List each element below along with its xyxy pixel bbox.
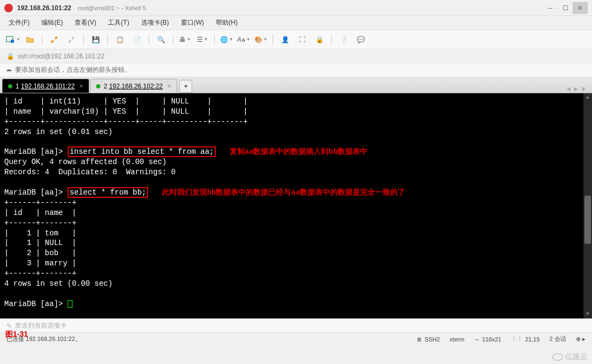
menu-help[interactable]: 帮助(H): [214, 17, 240, 28]
print-icon[interactable]: 🖶▼: [178, 32, 193, 47]
menu-edit[interactable]: 编辑(E): [39, 17, 65, 28]
link-icon[interactable]: [47, 32, 62, 47]
annotation: 此时我们发现bb数据表中的数据已经与aa数据表中的数据是完全一致的了: [162, 188, 406, 197]
title-bar: 192.168.26.101:22 root@vms001:~ - Xshell…: [0, 0, 592, 16]
tab-next-icon[interactable]: ►: [573, 85, 579, 93]
minimize-button[interactable]: ─: [543, 2, 558, 14]
properties-icon[interactable]: ☰▼: [195, 32, 210, 47]
paste-icon[interactable]: 📄: [129, 32, 144, 47]
window-title: 192.168.26.101:22: [17, 4, 71, 12]
menu-tools[interactable]: 工具(T): [106, 17, 131, 28]
prompt: MariaDB [aa]>: [4, 300, 63, 308]
terminal[interactable]: | id | int(11) | YES | | NULL | | | name…: [0, 93, 592, 318]
query-result: Query OK, 4 rows affected (0.00 sec): [4, 158, 166, 166]
scroll-up-icon[interactable]: ▲: [583, 93, 592, 102]
status-term: xterm: [450, 336, 465, 343]
status-dot-icon: [96, 84, 100, 88]
status-size: ↔ 118x21: [474, 336, 501, 343]
fullscreen-icon[interactable]: ⛶: [295, 32, 310, 47]
window-subtitle: root@vms001:~ - Xshell 5: [78, 5, 146, 11]
schema-row: +-------+-------------+------+-----+----…: [4, 117, 248, 126]
send-placeholder: 发送到当前选项卡: [15, 321, 67, 330]
maximize-button[interactable]: ☐: [558, 2, 573, 14]
copy-icon[interactable]: 📋: [112, 32, 127, 47]
font-icon[interactable]: Aᴀ▼: [236, 32, 251, 47]
add-tab-button[interactable]: +: [179, 80, 192, 93]
schema-row: | name | varchar(10) | YES | | NULL | |: [4, 107, 248, 116]
save-icon[interactable]: 💾: [88, 32, 103, 47]
svg-point-2: [51, 41, 53, 43]
prompt: MariaDB [aa]>: [4, 147, 63, 156]
disconnect-icon[interactable]: [64, 32, 79, 47]
schema-row: | id | int(11) | YES | | NULL | |: [4, 97, 248, 106]
tab-2[interactable]: 2 192.168.26.102:22 ✕: [90, 79, 177, 93]
tab-prev-icon[interactable]: ◄: [565, 85, 572, 93]
globe-icon[interactable]: 🌐▼: [219, 32, 234, 47]
search-icon[interactable]: 🔍: [154, 32, 169, 47]
svg-rect-1: [11, 40, 14, 43]
rows-summary: 2 rows in set (0.01 sec): [4, 128, 113, 136]
table-sep: +------+-------+: [4, 198, 76, 207]
tab-close-icon[interactable]: ✕: [167, 83, 171, 89]
table-sep: +------+-------+: [4, 219, 76, 227]
app-icon: [4, 4, 13, 12]
table-header: | id | name |: [4, 209, 76, 217]
hint-bar: ➦ 要添加当前会话，点击左侧的箭头按钮。: [0, 63, 592, 77]
tab-menu-icon[interactable]: ▼: [580, 85, 587, 93]
scrollbar[interactable]: ▲ ▼: [583, 93, 592, 318]
menu-view[interactable]: 查看(V): [72, 17, 98, 28]
status-bar: 已连接 192.168.26.101:22。 🗎SSH2 xterm ↔ 118…: [0, 332, 592, 345]
tab-1[interactable]: 1 192.168.26.101:22 ✕: [2, 79, 89, 93]
hint-text: 要添加当前会话，点击左侧的箭头按钮。: [15, 65, 131, 75]
figure-label: 图1-31: [5, 330, 28, 339]
prompt: MariaDB [aa]>: [4, 188, 63, 197]
status-menu-icon[interactable]: ⊕ ▸: [576, 336, 586, 343]
help-icon[interactable]: ❔: [336, 32, 351, 47]
user-icon[interactable]: 👤: [277, 32, 293, 47]
send-hint-icon: ✎: [6, 322, 12, 330]
palette-icon[interactable]: 🎨▼: [253, 32, 268, 47]
table-row: | 1 | NULL |: [4, 239, 76, 247]
sql-command: select * from bb;: [68, 187, 149, 198]
close-button[interactable]: ✕: [573, 2, 588, 14]
tab-label: 192.168.26.102:22: [109, 83, 163, 90]
open-icon[interactable]: [23, 32, 38, 47]
svg-point-3: [55, 36, 57, 39]
cursor: [68, 300, 72, 308]
status-dot-icon: [8, 84, 12, 88]
status-sessions: 2 会话: [550, 335, 566, 343]
new-tab-icon[interactable]: ▼: [5, 32, 20, 47]
menu-tabs[interactable]: 选项卡(B): [139, 17, 171, 28]
address-lock-icon: 🔒: [6, 53, 14, 60]
table-row: | 3 | marry |: [4, 259, 76, 268]
status-protocol: 🗎SSH2: [416, 336, 440, 343]
watermark: 亿速云: [552, 352, 588, 362]
resize-icon: ↔: [474, 336, 480, 343]
tab-index: 1: [16, 83, 19, 90]
table-sep: +------+-------+: [4, 269, 76, 278]
tab-label: 192.168.26.101:22: [21, 83, 75, 90]
lock-icon[interactable]: 🔒: [312, 32, 327, 47]
annotation: 复制aa数据表中的数据插入到bb数据表中: [230, 147, 368, 156]
doc-icon: 🗎: [416, 336, 422, 343]
hint-arrow-icon[interactable]: ➦: [6, 66, 12, 74]
address-url[interactable]: ssh://root@192.168.26.101:22: [18, 53, 105, 60]
grid-icon: ⋮⋮: [511, 336, 523, 343]
sql-command: insert into bb select * from aa;: [68, 146, 216, 157]
table-row: | 1 | tom |: [4, 229, 76, 237]
tab-close-icon[interactable]: ✕: [79, 83, 83, 89]
message-icon[interactable]: 💬: [353, 32, 368, 47]
send-bar[interactable]: ✎ 发送到当前选项卡: [0, 318, 592, 332]
tab-index: 2: [104, 83, 107, 90]
status-cursor-pos: ⋮⋮ 21,15: [511, 336, 540, 343]
toolbar: ▼ 💾 📋 📄 🔍 🖶▼ ☰▼ 🌐▼ Aᴀ▼ 🎨▼ 👤 ⛶ 🔒 ❔ 💬: [0, 30, 592, 49]
tab-nav: ◄ ► ▼: [565, 85, 590, 93]
menu-window[interactable]: 窗口(W): [179, 17, 206, 28]
address-bar: 🔒 ssh://root@192.168.26.101:22: [0, 49, 592, 63]
scroll-down-icon[interactable]: ▼: [583, 310, 592, 318]
cloud-icon: [552, 353, 563, 361]
scrollbar-thumb[interactable]: [584, 196, 591, 244]
query-result: Records: 4 Duplicates: 0 Warnings: 0: [4, 168, 176, 176]
menu-file[interactable]: 文件(F): [6, 17, 32, 28]
menu-bar: 文件(F) 编辑(E) 查看(V) 工具(T) 选项卡(B) 窗口(W) 帮助(…: [0, 16, 592, 30]
